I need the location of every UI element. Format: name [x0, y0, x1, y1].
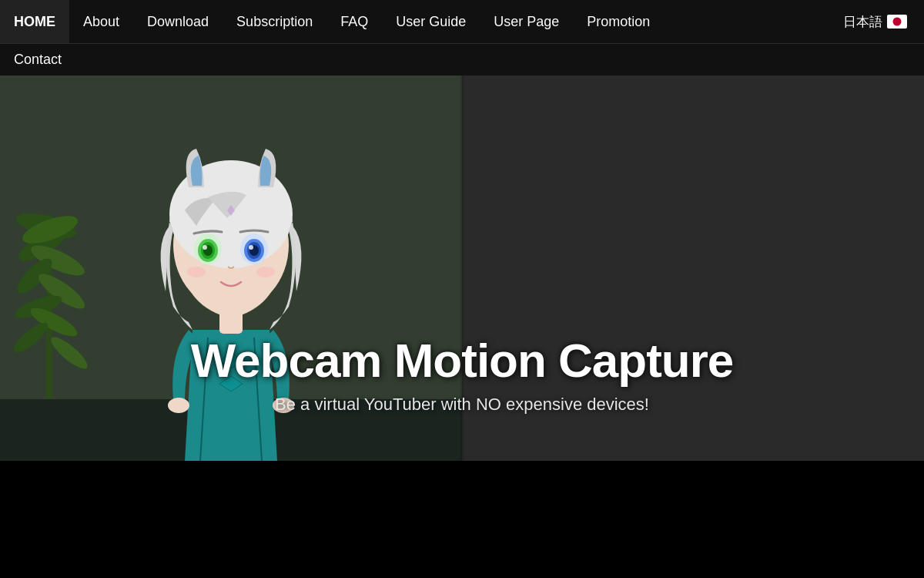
- nav-item-faq[interactable]: FAQ: [326, 0, 382, 43]
- hero-text-overlay: Webcam Motion Capture Be a virtual YouTu…: [0, 334, 924, 415]
- svg-point-30: [256, 267, 275, 277]
- nav-item-promotion[interactable]: Promotion: [573, 0, 664, 43]
- hero-title: Webcam Motion Capture: [0, 334, 924, 387]
- nav-item-home[interactable]: HOME: [0, 0, 69, 43]
- bottom-area: [0, 461, 924, 578]
- hero-subtitle: Be a virtual YouTuber with NO expensive …: [0, 395, 924, 415]
- nav-item-user-guide[interactable]: User Guide: [382, 0, 480, 43]
- svg-point-28: [249, 245, 253, 250]
- nav-item-about[interactable]: About: [69, 0, 133, 43]
- nav-main-row: HOME About Download Subscription FAQ Use…: [0, 0, 924, 43]
- language-button[interactable]: 日本語: [834, 13, 916, 31]
- hero-section: Webcam Motion Capture Be a virtual YouTu…: [0, 76, 924, 461]
- navigation: HOME About Download Subscription FAQ Use…: [0, 0, 924, 76]
- svg-point-1: [893, 18, 902, 26]
- svg-point-23: [203, 245, 207, 250]
- nav-item-download[interactable]: Download: [133, 0, 223, 43]
- svg-point-29: [187, 267, 206, 277]
- japan-flag-icon: [887, 15, 907, 29]
- nav-right: 日本語: [834, 13, 916, 31]
- nav-item-subscription[interactable]: Subscription: [223, 0, 326, 43]
- nav-items-left: HOME About Download Subscription FAQ Use…: [0, 0, 834, 43]
- language-label: 日本語: [843, 13, 882, 31]
- nav-second-row: Contact: [0, 43, 924, 76]
- nav-item-user-page[interactable]: User Page: [480, 0, 573, 43]
